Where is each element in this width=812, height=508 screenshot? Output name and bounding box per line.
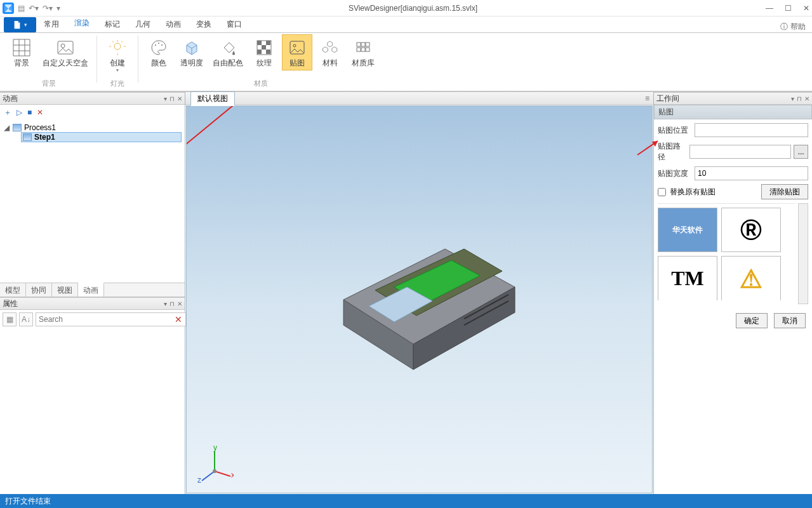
viewport-tab[interactable]: 默认视图 bbox=[190, 91, 235, 106]
library-icon bbox=[353, 37, 373, 58]
left-tab-strip: 模型 协同 视图 动画 bbox=[0, 283, 185, 297]
svg-text:y: y bbox=[213, 446, 217, 452]
tab-mark[interactable]: 标记 bbox=[97, 17, 128, 32]
replace-map-row: 替换原有贴图 清除贴图 bbox=[658, 184, 808, 199]
categorize-icon[interactable]: ▦ bbox=[3, 312, 17, 326]
delete-step-icon[interactable]: ✕ bbox=[37, 108, 43, 117]
ribbon-map-button[interactable]: 贴图 bbox=[282, 34, 312, 70]
viewport-menu-icon[interactable]: ≡ bbox=[645, 94, 649, 103]
ribbon-color-button[interactable]: 颜色 bbox=[143, 34, 174, 70]
tree-node-process[interactable]: ◢ Process1 bbox=[4, 123, 181, 133]
tree-node-step[interactable]: Step1 bbox=[22, 133, 181, 142]
clear-map-button[interactable]: 清除贴图 bbox=[761, 184, 808, 199]
stop-icon[interactable]: ■ bbox=[27, 108, 32, 117]
properties-grid bbox=[0, 329, 185, 494]
ribbon-material-button[interactable]: 材料 bbox=[315, 34, 345, 70]
thumb-huatian[interactable]: 华天软件 bbox=[658, 208, 717, 252]
left-tab-collab[interactable]: 协同 bbox=[26, 283, 52, 297]
ribbon-skybox-button[interactable]: 自定义天空盒 bbox=[39, 34, 91, 70]
animation-tree: ◢ Process1 Step1 bbox=[0, 120, 185, 283]
ribbon-group-background: 背景 自定义天空盒 背景 bbox=[4, 34, 94, 91]
minimize-button[interactable]: — bbox=[766, 4, 773, 13]
play-icon[interactable]: ▷ bbox=[17, 108, 22, 117]
add-step-icon[interactable]: ＋ bbox=[4, 107, 11, 118]
replace-map-checkbox[interactable] bbox=[658, 188, 666, 196]
browse-path-button[interactable]: ... bbox=[794, 145, 808, 159]
maximize-button[interactable]: ☐ bbox=[785, 4, 792, 13]
svg-rect-16 bbox=[366, 43, 369, 46]
left-tab-view[interactable]: 视图 bbox=[52, 283, 78, 297]
tab-render[interactable]: 渲染 bbox=[67, 15, 97, 32]
panel-close-icon[interactable]: ✕ bbox=[804, 95, 809, 102]
clear-search-icon[interactable]: ✕ bbox=[175, 314, 182, 324]
map-position-row: 贴图位置 bbox=[658, 123, 808, 137]
process-icon bbox=[13, 124, 22, 131]
left-tab-model[interactable]: 模型 bbox=[0, 283, 26, 297]
properties-panel-header: 属性 ▾ ⊓ ✕ bbox=[0, 297, 185, 310]
center-column: 默认视图 ≡ 安下载 y x z bbox=[185, 92, 653, 494]
file-menu-button[interactable] bbox=[4, 17, 36, 32]
ribbon-freecolor-button[interactable]: 自由配色 bbox=[210, 34, 246, 70]
panel-dropdown-icon[interactable]: ▾ bbox=[791, 95, 794, 102]
panel-close-icon[interactable]: ✕ bbox=[177, 95, 182, 102]
ok-button[interactable]: 确定 bbox=[736, 313, 768, 328]
left-tab-anim[interactable]: 动画 bbox=[78, 283, 104, 297]
thumb-scrollbar[interactable] bbox=[798, 203, 808, 304]
svg-line-20 bbox=[186, 105, 243, 144]
qat-save-icon[interactable]: ▤ bbox=[18, 4, 25, 13]
cancel-button[interactable]: 取消 bbox=[774, 313, 806, 328]
palette-icon bbox=[149, 37, 169, 58]
panel-close-icon[interactable]: ✕ bbox=[177, 300, 182, 307]
map-path-row: 贴图路径 ... bbox=[658, 141, 808, 163]
ribbon-texture-button[interactable]: 纹理 bbox=[249, 34, 279, 70]
qat-redo-icon[interactable]: ↷▾ bbox=[43, 4, 53, 13]
svg-line-34 bbox=[202, 471, 215, 481]
ribbon-separator bbox=[138, 36, 138, 83]
svg-rect-11 bbox=[266, 50, 270, 54]
svg-rect-12 bbox=[290, 41, 304, 54]
ribbon-create-light-button[interactable]: 创建 bbox=[102, 34, 133, 76]
status-bar: 打开文件结束 bbox=[0, 494, 812, 508]
panel-pin-icon[interactable]: ⊓ bbox=[797, 95, 802, 102]
tab-geometry[interactable]: 几何 bbox=[128, 17, 158, 32]
tab-window[interactable]: 窗口 bbox=[219, 17, 250, 32]
ribbon-tab-strip: 常用 渲染 标记 几何 动画 变换 窗口 ⓘ 帮助 bbox=[0, 17, 812, 33]
map-width-input[interactable] bbox=[695, 166, 808, 180]
tab-transform[interactable]: 变换 bbox=[189, 17, 219, 32]
close-button[interactable]: ✕ bbox=[803, 4, 809, 13]
map-position-label: 贴图位置 bbox=[658, 125, 692, 136]
map-path-input[interactable] bbox=[689, 145, 791, 159]
property-search-input[interactable] bbox=[36, 312, 186, 326]
quick-access-toolbar: ▤ ↶▾ ↷▾ ▾ bbox=[3, 3, 60, 14]
panel-pin-icon[interactable]: ⊓ bbox=[170, 300, 175, 307]
ribbon-group-label: 材质 bbox=[254, 79, 268, 88]
svg-point-3 bbox=[155, 44, 156, 46]
collapse-icon[interactable]: ◢ bbox=[4, 123, 10, 132]
thumb-registered[interactable]: ® bbox=[721, 208, 781, 252]
ribbon-background-button[interactable]: 背景 bbox=[6, 34, 37, 70]
panel-dropdown-icon[interactable]: ▾ bbox=[164, 300, 167, 307]
viewport-header: 默认视图 ≡ bbox=[185, 92, 653, 105]
lightbulb-icon bbox=[107, 37, 128, 58]
3d-viewport[interactable]: 安下载 y x z bbox=[186, 105, 653, 493]
panel-pin-icon[interactable]: ⊓ bbox=[170, 95, 175, 102]
animation-panel-header: 动画 ▾ ⊓ ✕ bbox=[0, 92, 185, 105]
ribbon-matlib-button[interactable]: 材质库 bbox=[348, 34, 378, 70]
tab-common[interactable]: 常用 bbox=[36, 17, 67, 32]
properties-panel: 属性 ▾ ⊓ ✕ ▦ A↓ ✕ bbox=[0, 297, 185, 494]
animation-toolbar: ＋ ▷ ■ ✕ bbox=[0, 105, 185, 120]
qat-undo-icon[interactable]: ↶▾ bbox=[29, 4, 39, 13]
svg-rect-19 bbox=[366, 48, 369, 51]
tab-animation[interactable]: 动画 bbox=[158, 17, 189, 32]
map-position-input[interactable] bbox=[695, 123, 808, 137]
annotation-arrow-icon bbox=[186, 105, 259, 157]
svg-point-5 bbox=[161, 44, 163, 46]
sort-az-icon[interactable]: A↓ bbox=[19, 312, 33, 326]
replace-map-label: 替换原有贴图 bbox=[670, 187, 715, 197]
panel-dropdown-icon[interactable]: ▾ bbox=[164, 95, 167, 102]
thumb-tm[interactable]: TM bbox=[658, 256, 717, 300]
help-link[interactable]: ⓘ 帮助 bbox=[780, 22, 806, 32]
ribbon-opacity-button[interactable]: 透明度 bbox=[176, 34, 207, 70]
thumb-warning[interactable]: ⚠ bbox=[721, 256, 781, 300]
dialog-buttons: 确定 取消 bbox=[658, 308, 808, 333]
